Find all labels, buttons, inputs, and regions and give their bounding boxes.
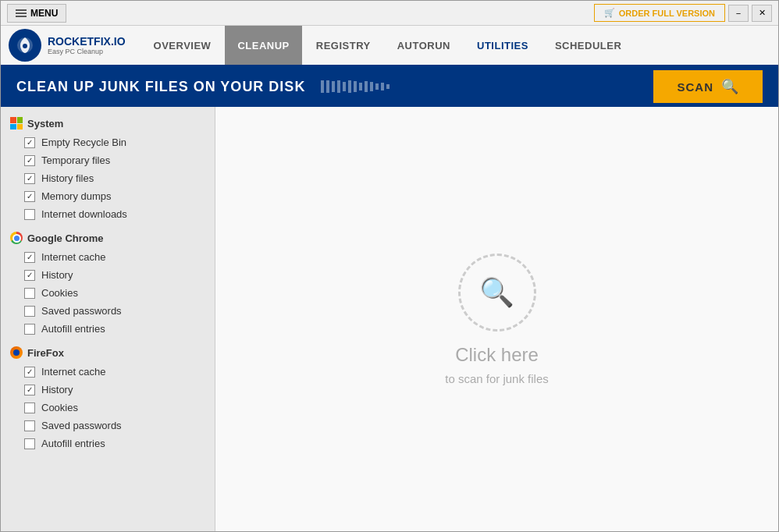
section-system: System xyxy=(1,113,215,133)
chrome-icon xyxy=(10,232,23,244)
logo-area: ROCKETFIX.IO Easy PC Cleanup xyxy=(9,29,126,62)
chrome-history-label: History xyxy=(41,269,73,281)
minimize-button[interactable]: − xyxy=(728,5,749,22)
list-item: Cookies xyxy=(1,399,215,417)
list-item: History files xyxy=(1,169,215,187)
sidebar[interactable]: System Empty Recycle Bin Temporary files… xyxy=(1,107,215,531)
brand-name: ROCKETFIX.IO xyxy=(48,35,126,48)
tab-registry[interactable]: REGISTRY xyxy=(304,26,383,65)
list-item: Memory dumps xyxy=(1,187,215,205)
section-system-label: System xyxy=(27,118,63,129)
ff-history-checkbox[interactable] xyxy=(24,385,35,395)
header-title-area: CLEAN UP JUNK FILES ON YOUR DISK xyxy=(16,79,390,95)
menu-button[interactable]: MENU xyxy=(7,4,66,23)
list-item: History xyxy=(1,266,215,284)
title-bar-left: MENU xyxy=(7,4,66,23)
list-item: Empty Recycle Bin xyxy=(1,133,215,151)
ff-passwords-checkbox[interactable] xyxy=(24,420,35,431)
cart-icon: 🛒 xyxy=(604,8,615,18)
click-here-label: Click here xyxy=(455,344,539,366)
ff-passwords-label: Saved passwords xyxy=(41,420,122,431)
content-area[interactable]: 🔍 Click here to scan for junk files xyxy=(215,107,778,531)
list-item: Autofill entries xyxy=(1,320,215,338)
chrome-cache-label: Internet cache xyxy=(41,251,105,263)
internet-downloads-checkbox[interactable] xyxy=(24,209,35,220)
memory-dumps-checkbox[interactable] xyxy=(24,191,35,202)
section-chrome: Google Chrome xyxy=(1,228,215,248)
title-bar-right: 🛒 ORDER FULL VERSION − ✕ xyxy=(594,4,772,22)
ff-cookies-label: Cookies xyxy=(41,402,78,413)
minimize-icon: − xyxy=(736,9,741,18)
tab-overview[interactable]: OVERVIEW xyxy=(141,26,224,65)
windows-icon xyxy=(10,117,23,129)
scan-label: SCAN xyxy=(677,80,713,94)
ff-cookies-checkbox[interactable] xyxy=(24,403,35,413)
list-item: Cookies xyxy=(1,284,215,302)
dashed-circle xyxy=(458,254,536,332)
history-files-checkbox[interactable] xyxy=(24,173,35,184)
ff-cache-label: Internet cache xyxy=(41,366,105,378)
history-files-label: History files xyxy=(41,172,94,184)
firefox-icon xyxy=(10,346,23,359)
svg-point-1 xyxy=(23,44,27,48)
ff-history-label: History xyxy=(41,384,73,395)
order-button[interactable]: 🛒 ORDER FULL VERSION xyxy=(594,4,725,22)
main-content: System Empty Recycle Bin Temporary files… xyxy=(1,107,778,531)
internet-downloads-label: Internet downloads xyxy=(41,208,127,220)
chrome-passwords-checkbox[interactable] xyxy=(24,306,35,317)
tagline: Easy PC Cleanup xyxy=(48,48,126,55)
order-label: ORDER FULL VERSION xyxy=(619,9,715,18)
chrome-autofill-checkbox[interactable] xyxy=(24,324,35,335)
logo-text: ROCKETFIX.IO Easy PC Cleanup xyxy=(48,35,126,55)
list-item: Internet cache xyxy=(1,363,215,381)
tab-autorun[interactable]: AUTORUN xyxy=(385,26,463,65)
chrome-autofill-label: Autofill entries xyxy=(41,323,105,335)
list-item: Autofill entries xyxy=(1,434,215,452)
menu-label: MENU xyxy=(30,8,58,19)
tab-utilities[interactable]: UTILITIES xyxy=(464,26,541,65)
ff-cache-checkbox[interactable] xyxy=(24,367,35,378)
section-firefox: FireFox xyxy=(1,342,215,363)
chrome-passwords-label: Saved passwords xyxy=(41,305,122,317)
scan-subtitle: to scan for junk files xyxy=(445,372,549,385)
section-chrome-label: Google Chrome xyxy=(27,232,104,244)
list-item: History xyxy=(1,381,215,399)
list-item: Saved passwords xyxy=(1,417,215,434)
tab-scheduler[interactable]: SCHEDULER xyxy=(542,26,634,65)
chrome-cookies-checkbox[interactable] xyxy=(24,288,35,299)
search-icon: 🔍 xyxy=(721,78,739,95)
progress-lines xyxy=(321,80,390,93)
scan-prompt: 🔍 Click here to scan for junk files xyxy=(445,254,549,385)
list-item: Internet downloads xyxy=(1,205,215,223)
nav-bar: ROCKETFIX.IO Easy PC Cleanup OVERVIEW CL… xyxy=(1,26,778,66)
nav-items: OVERVIEW CLEANUP REGISTRY AUTORUN UTILIT… xyxy=(141,26,635,65)
close-icon: ✕ xyxy=(759,8,766,18)
close-button[interactable]: ✕ xyxy=(752,5,772,22)
chrome-history-checkbox[interactable] xyxy=(24,270,35,281)
empty-recycle-label: Empty Recycle Bin xyxy=(41,137,126,148)
search-circle: 🔍 xyxy=(458,254,536,332)
temp-files-label: Temporary files xyxy=(41,154,110,166)
list-item: Internet cache xyxy=(1,248,215,266)
tab-cleanup[interactable]: CLEANUP xyxy=(225,26,301,65)
ff-autofill-label: Autofill entries xyxy=(41,438,105,449)
header-bar: CLEAN UP JUNK FILES ON YOUR DISK SCAN 🔍 xyxy=(1,66,778,107)
chrome-cache-checkbox[interactable] xyxy=(24,252,35,263)
app-window: MENU 🛒 ORDER FULL VERSION − ✕ xyxy=(0,0,779,532)
memory-dumps-label: Memory dumps xyxy=(41,190,112,202)
list-item: Temporary files xyxy=(1,151,215,169)
section-firefox-label: FireFox xyxy=(27,347,64,359)
empty-recycle-checkbox[interactable] xyxy=(24,137,35,148)
scan-button[interactable]: SCAN 🔍 xyxy=(653,70,763,103)
temp-files-checkbox[interactable] xyxy=(24,155,35,166)
list-item: Saved passwords xyxy=(1,302,215,320)
header-title-text: CLEAN UP JUNK FILES ON YOUR DISK xyxy=(16,79,305,95)
hamburger-icon xyxy=(16,9,27,17)
title-bar: MENU 🛒 ORDER FULL VERSION − ✕ xyxy=(1,1,778,26)
chrome-cookies-label: Cookies xyxy=(41,287,78,299)
logo-icon xyxy=(9,29,41,62)
ff-autofill-checkbox[interactable] xyxy=(24,438,35,449)
